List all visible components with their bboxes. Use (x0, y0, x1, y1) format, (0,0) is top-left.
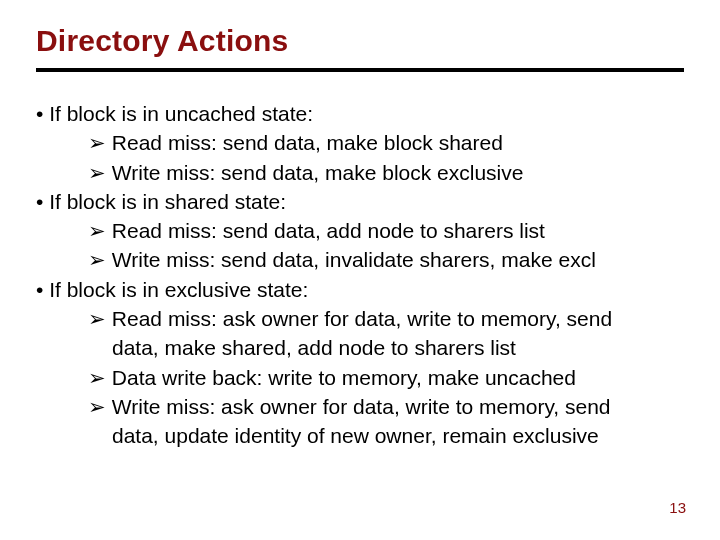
bullet-text: If block is in exclusive state: (49, 278, 308, 301)
sub-text: Read miss: send data, add node to sharer… (112, 219, 545, 242)
sub-text: Data write back: write to memory, make u… (112, 366, 576, 389)
sub-text: Read miss: send data, make block shared (112, 131, 503, 154)
arrow-icon: ➢ (88, 248, 112, 271)
page-title: Directory Actions (36, 24, 684, 58)
slide-body: • If block is in uncached state: ➢ Read … (36, 100, 684, 450)
sub-text: Write miss: send data, invalidate sharer… (112, 248, 596, 271)
arrow-icon: ➢ (88, 307, 112, 330)
bullet-shared: • If block is in shared state: (36, 188, 684, 215)
sub-text: Write miss: ask owner for data, write to… (112, 395, 611, 418)
sub-text: data, make shared, add node to sharers l… (112, 336, 516, 359)
sub-text: Read miss: ask owner for data, write to … (112, 307, 612, 330)
title-rule (36, 68, 684, 72)
sub-text: Write miss: send data, make block exclus… (112, 161, 524, 184)
sub-item: ➢ Write miss: send data, make block excl… (88, 159, 684, 186)
bullet-exclusive: • If block is in exclusive state: (36, 276, 684, 303)
sub-text: data, update identity of new owner, rema… (112, 424, 599, 447)
sub-item: ➢ Read miss: ask owner for data, write t… (88, 305, 684, 332)
sub-item: ➢ Read miss: send data, make block share… (88, 129, 684, 156)
bullet-uncached: • If block is in uncached state: (36, 100, 684, 127)
arrow-icon: ➢ (88, 161, 112, 184)
sub-item: ➢ Data write back: write to memory, make… (88, 364, 684, 391)
arrow-icon: ➢ (88, 395, 112, 418)
bullet-text: If block is in uncached state: (49, 102, 313, 125)
sub-item-cont: data, update identity of new owner, rema… (112, 422, 684, 449)
arrow-icon: ➢ (88, 131, 112, 154)
bullet-text: If block is in shared state: (49, 190, 286, 213)
arrow-icon: ➢ (88, 366, 112, 389)
page-number: 13 (669, 499, 686, 516)
arrow-icon: ➢ (88, 219, 112, 242)
sub-item-cont: data, make shared, add node to sharers l… (112, 334, 684, 361)
slide: Directory Actions • If block is in uncac… (0, 0, 720, 540)
sub-item: ➢ Write miss: send data, invalidate shar… (88, 246, 684, 273)
sub-item: ➢ Read miss: send data, add node to shar… (88, 217, 684, 244)
sub-item: ➢ Write miss: ask owner for data, write … (88, 393, 684, 420)
